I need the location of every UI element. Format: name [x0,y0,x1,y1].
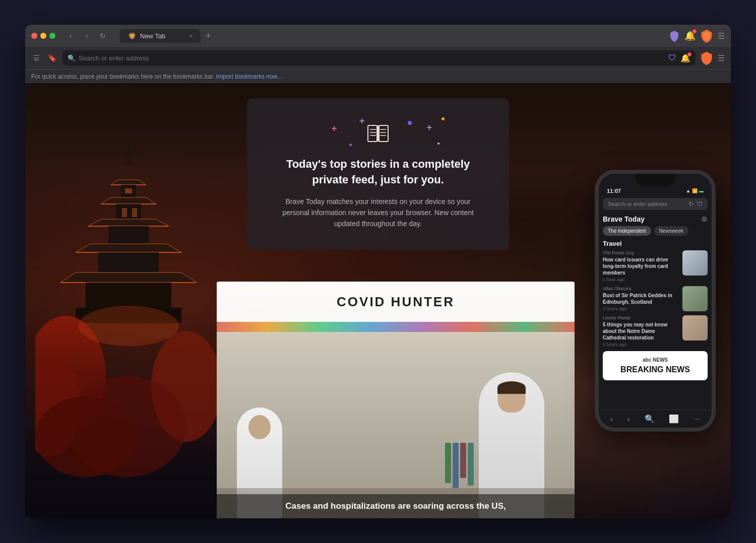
news-source-3: Lonely Planet [603,315,678,320]
svg-rect-27 [368,125,377,142]
news-item-3-content: Lonely Planet 5 things you may not know … [603,315,678,347]
svg-point-26 [78,306,179,346]
abc-news-logo: abc NEWS [609,357,702,363]
svg-marker-0 [126,160,131,165]
phone-frame: 11:07 ▲ 📶 ▬ Search or enter address ↻ 🛡 [595,170,716,432]
traffic-lights [31,33,55,39]
breaking-news-card[interactable]: abc NEWS BREAKING NEWS [603,351,708,380]
news-item-1-content: The Points Guy How card issuers can driv… [603,250,678,282]
battery-icon: ▬ [699,188,704,193]
phone-search-button[interactable]: 🔍 [645,414,655,424]
news-thumb-2 [682,286,708,311]
news-title-1: How card issuers can drive long-term loy… [603,256,678,276]
deco-dot-1 [408,121,412,125]
book-icon [367,123,389,144]
deco-dot-4 [442,117,445,120]
news-time-2: 2 hours ago [603,306,678,311]
news-item-2[interactable]: Atlas Obscura Bust of Sir Patrick Geddes… [603,286,708,311]
address-bar[interactable]: 🔍 🛡 🔔 1 [62,50,696,65]
tab-title: New Tab [140,32,165,40]
tab-icon: 🦁 [128,32,136,40]
back-button[interactable]: ‹ [64,29,78,43]
shield-button[interactable]: 🛡 [668,53,676,62]
news-item-3[interactable]: Lonely Planet 5 things you may not know … [603,315,708,347]
notification-icon[interactable]: 🔔 1 [684,30,696,41]
phone-address-bar[interactable]: Search or enter address ↻ 🛡 [603,198,708,210]
phone-notch [635,174,675,186]
minimize-button[interactable] [40,33,46,39]
tab-close-button[interactable]: × [190,33,193,39]
news-source-1: The Points Guy [603,250,678,255]
svg-marker-14 [60,273,197,283]
deco-plus-2: + [359,116,365,126]
phone-menu-button[interactable]: ··· [694,415,700,424]
phone-back-button[interactable]: ‹ [610,415,612,424]
active-tab[interactable]: 🦁 New Tab × [120,29,201,43]
maximize-button[interactable] [49,33,55,39]
phone-content: Brave Today ⚙ The Independent Newsweek T… [599,212,712,410]
rewards-icon[interactable]: 🔔 1 [680,53,690,63]
deco-plus-1: + [332,123,337,134]
nav-buttons: ‹ › ↻ [64,29,110,43]
phone-refresh-icon[interactable]: ↻ [688,200,694,208]
news-thumb-1 [682,250,708,276]
browser-window: ‹ › ↻ 🦁 New Tab × + 🔔 1 ☰ [25,25,731,518]
lab-scene: COVID HUNTER [217,282,575,518]
news-source-2: Atlas Obscura [603,286,678,291]
breaking-news-text: BREAKING NEWS [609,365,702,374]
news-item-1[interactable]: The Points Guy How card issuers can driv… [603,250,708,282]
svg-point-22 [35,396,136,477]
brave-today-card: + + + [247,98,509,250]
phone-shield-icon[interactable]: 🛡 [697,200,703,208]
travel-section-title: Travel [603,240,708,247]
card-decorations: + + + [271,118,485,149]
brave-today-header: Brave Today ⚙ [603,212,708,226]
phone-signal-icons: ▲ 📶 ▬ [686,188,704,193]
brave-icon-top-right[interactable] [700,51,714,65]
phone-mockup: 11:07 ▲ 📶 ▬ Search or enter address ↻ 🛡 [585,88,726,513]
address-input[interactable] [79,54,665,62]
source-tab-newsweek[interactable]: Newsweek [654,226,688,236]
svg-marker-8 [88,219,169,226]
menu-icon[interactable]: ☰ [718,31,725,41]
news-thumb-3 [682,315,708,341]
sidebar-list-button[interactable]: ☰ [31,52,42,64]
photo-caption: Cases and hospitalizations are soaring a… [217,494,575,518]
import-bookmarks-link[interactable]: Import bookmarks now... [216,73,282,80]
title-bar: ‹ › ↻ 🦁 New Tab × + 🔔 1 ☰ [25,25,731,47]
news-title-3: 5 things you may not know about the Notr… [603,321,678,341]
bookmarks-button[interactable]: 🔖 [46,52,58,64]
bookmark-bar-text: For quick access, place your bookmarks h… [31,73,215,80]
pagoda-illustration [35,83,227,518]
deco-plus-3: + [426,122,432,133]
bookmark-bar: For quick access, place your bookmarks h… [25,69,731,83]
svg-rect-13 [98,252,159,273]
new-tab-button[interactable]: + [202,29,215,43]
phone-tabs-button[interactable]: ⬜ [669,414,679,424]
refresh-button[interactable]: ↻ [96,29,110,43]
news-time-3: 6 hours ago [603,342,678,347]
source-tab-independent[interactable]: The Independent [603,226,651,236]
search-icon: 🔍 [68,54,76,62]
svg-rect-23 [125,188,132,193]
brave-shield-icon[interactable] [668,30,680,42]
filter-icon[interactable]: ⚙ [701,215,708,223]
deco-dot-3 [437,143,439,145]
svg-marker-5 [101,197,156,204]
forward-button[interactable]: › [80,29,94,43]
svg-marker-2 [111,180,146,185]
phone-time: 11:07 [607,188,621,194]
signal-bars-icon: ▲ [686,188,690,193]
notification-badge: 1 [692,29,697,33]
card-subtitle: Brave Today matches your interests on yo… [271,196,485,230]
svg-rect-24 [122,208,127,217]
svg-rect-16 [86,283,171,308]
brave-logo-icon[interactable] [700,29,714,43]
news-item-2-content: Atlas Obscura Bust of Sir Patrick Geddes… [603,286,678,311]
svg-rect-28 [379,125,388,142]
hamburger-menu[interactable]: ☰ [718,53,725,63]
phone-forward-button[interactable]: › [627,415,630,424]
tab-bar: 🦁 New Tab × + [120,29,660,43]
close-button[interactable] [31,33,37,39]
address-bar-icons: 🛡 🔔 1 [668,53,690,63]
